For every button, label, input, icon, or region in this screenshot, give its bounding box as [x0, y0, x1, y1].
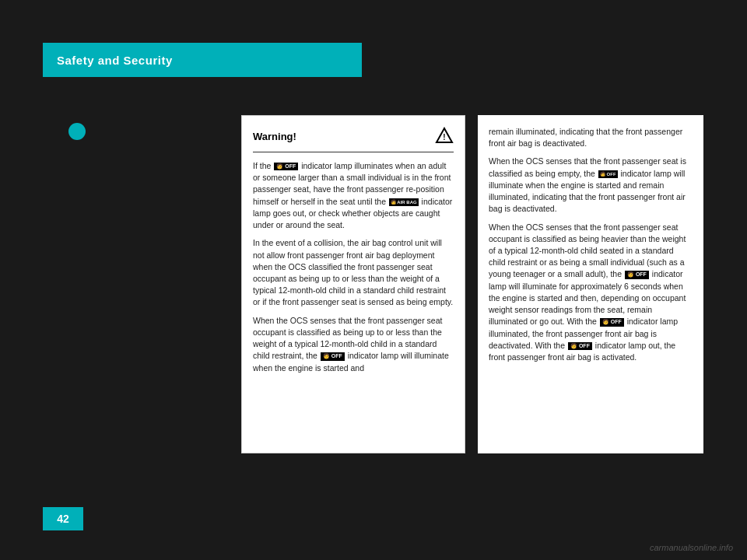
warning-triangle-icon: ! [435, 127, 454, 145]
warning-para-3: When the OCS senses that the front passe… [253, 315, 454, 374]
right-body: remain illuminated, indicating that the … [489, 126, 693, 363]
svg-text:!: ! [443, 133, 445, 142]
watermark: carmanualsonline.info [650, 543, 733, 552]
ocs-icon-6: 🧑 OFF [600, 318, 624, 326]
right-content-panel: remain illuminated, indicating that the … [478, 115, 703, 453]
right-para-3: When the OCS senses that the front passe… [489, 222, 693, 364]
warning-box: Warning! ! If the 🧑 OFF indicator lamp i… [241, 115, 465, 453]
page-number: 42 [57, 513, 69, 525]
warning-para-2: In the event of a collision, the air bag… [253, 237, 454, 308]
page-title: Safety and Security [57, 54, 173, 67]
page-number-box: 42 [43, 507, 83, 530]
ocs-icon-1: 🧑 OFF [274, 163, 298, 170]
header-banner: Safety and Security [43, 43, 362, 77]
right-para-2: When the OCS senses that the front passe… [489, 156, 693, 215]
page-container: Safety and Security Warning! ! If the 🧑 … [0, 0, 747, 560]
ocs-icon-3: 🧑 OFF [321, 352, 345, 360]
ocs-icon-4: 🧑 OFF [598, 170, 618, 179]
blue-dot-bullet [68, 123, 86, 140]
warning-body: If the 🧑 OFF indicator lamp illuminates … [253, 160, 454, 374]
warning-title: Warning! [253, 131, 296, 142]
warning-header: Warning! ! [253, 127, 454, 152]
warning-para-1: If the 🧑 OFF indicator lamp illuminates … [253, 160, 454, 231]
ocs-icon-5: 🧑 OFF [625, 271, 649, 278]
ocs-icon-2: 🧑 AIR BAG [389, 198, 419, 207]
ocs-icon-7: 🧑 OFF [568, 342, 592, 350]
right-para-1: remain illuminated, indicating that the … [489, 126, 693, 149]
